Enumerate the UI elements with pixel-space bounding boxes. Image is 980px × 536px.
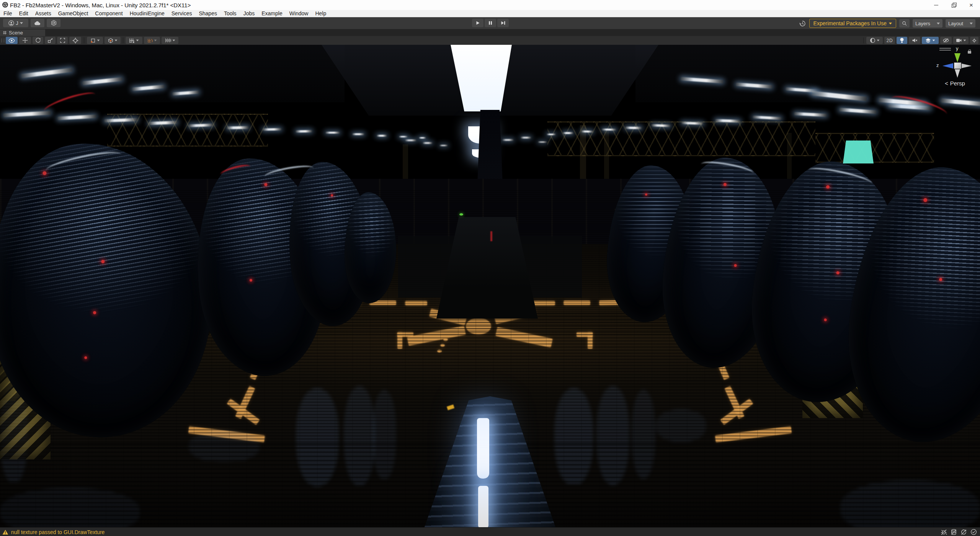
robot-red-light xyxy=(101,260,105,263)
ceiling-light-streak xyxy=(57,114,96,120)
rect-tool-icon xyxy=(60,38,65,43)
cloud-button[interactable] xyxy=(31,19,44,27)
chevron-down-icon xyxy=(933,39,935,41)
chevron-down-icon xyxy=(172,39,175,41)
lock-icon[interactable] xyxy=(968,51,971,54)
console-status-message[interactable]: null texture passed to GUI.DrawTexture xyxy=(2,528,105,536)
search-button[interactable] xyxy=(899,19,910,28)
layers-dropdown[interactable]: Layers xyxy=(913,19,942,28)
background-activity-icon[interactable] xyxy=(970,529,977,535)
gizmos-dropdown[interactable] xyxy=(970,37,978,44)
robot-red-light xyxy=(724,183,727,186)
account-button[interactable]: J xyxy=(3,19,28,27)
chevron-down-icon xyxy=(889,23,892,25)
hidden-objects-toggle[interactable] xyxy=(940,37,952,44)
overlay-handle-icon xyxy=(939,48,951,49)
robot-red-light xyxy=(42,171,47,175)
increment-snap-dropdown[interactable] xyxy=(144,37,160,44)
menu-tools[interactable]: Tools xyxy=(220,10,240,17)
menu-gameobject[interactable]: GameObject xyxy=(55,10,92,17)
robot-red-light xyxy=(734,264,737,267)
move-tool-button[interactable] xyxy=(19,37,31,44)
ceiling-light-streak xyxy=(439,145,448,146)
menu-services[interactable]: Services xyxy=(168,10,196,17)
ceiling-truss xyxy=(815,133,934,163)
transform-tool-button[interactable] xyxy=(69,37,81,44)
eye-icon xyxy=(8,38,15,43)
effects-visibility-dropdown[interactable] xyxy=(922,37,939,44)
play-button[interactable] xyxy=(472,19,483,27)
robot-red-light xyxy=(250,279,253,282)
menu-assets[interactable]: Assets xyxy=(32,10,55,17)
gizmo-center-cube[interactable] xyxy=(954,62,961,69)
scene-orientation-gizmo[interactable]: y z < Persp xyxy=(934,46,979,88)
tool-handle-position-dropdown[interactable] xyxy=(87,37,103,44)
restore-button[interactable] xyxy=(945,0,962,10)
plastic-scm-button[interactable] xyxy=(47,19,60,27)
tool-handle-rotation-dropdown[interactable] xyxy=(105,37,121,44)
ceiling-light-streak xyxy=(563,132,573,134)
pause-button[interactable] xyxy=(485,19,496,27)
search-icon xyxy=(902,21,907,26)
2d-view-toggle[interactable]: 2D xyxy=(884,37,895,44)
unity-logo-icon xyxy=(2,2,8,8)
scene-lighting-toggle[interactable] xyxy=(897,37,907,44)
tab-scene[interactable]: Scene xyxy=(0,29,45,36)
menu-edit[interactable]: Edit xyxy=(16,10,32,17)
camera-settings-dropdown[interactable] xyxy=(953,37,969,44)
grid-snap-icon xyxy=(129,38,135,43)
shading-mode-dropdown[interactable] xyxy=(866,37,883,44)
auto-refresh-status-icon[interactable] xyxy=(960,529,967,535)
menu-example[interactable]: Example xyxy=(258,10,286,17)
menu-component[interactable]: Component xyxy=(91,10,126,17)
view-tool-button[interactable] xyxy=(6,37,18,44)
cache-server-status-icon[interactable] xyxy=(951,529,957,535)
move-icon xyxy=(22,38,28,43)
ceiling-light-streak xyxy=(227,126,249,129)
projection-mode-label[interactable]: < Persp xyxy=(945,80,965,87)
chevron-down-icon xyxy=(20,22,23,24)
increment-snap-icon xyxy=(147,38,153,43)
minimize-button[interactable] xyxy=(927,0,945,10)
cloud-icon xyxy=(34,21,41,26)
gizmo-z-axis-cone[interactable] xyxy=(942,63,953,69)
ceiling-light-streak xyxy=(325,132,340,134)
layout-dropdown[interactable]: Layout xyxy=(946,19,975,28)
rotate-tool-button[interactable] xyxy=(33,37,43,44)
undo-history-icon[interactable] xyxy=(799,20,806,27)
step-button[interactable] xyxy=(497,19,509,27)
menu-window[interactable]: Window xyxy=(286,10,312,17)
debugger-status-icon[interactable] xyxy=(941,529,947,535)
menu-jobs[interactable]: Jobs xyxy=(240,10,258,17)
scene-view-toolbar: 2D xyxy=(0,36,980,45)
gizmo-down-axis-cone[interactable] xyxy=(955,69,960,78)
effects-layers-icon xyxy=(925,38,931,43)
toolbar-drag-handle[interactable] xyxy=(2,38,4,42)
audio-toggle[interactable] xyxy=(909,37,920,44)
overlay-handle-icon xyxy=(939,50,951,51)
scale-tool-button[interactable] xyxy=(45,37,56,44)
rect-tool-button[interactable] xyxy=(57,37,68,44)
camera-icon xyxy=(956,38,962,42)
robot-red-light xyxy=(824,318,827,321)
menu-houdiniengine[interactable]: HoudiniEngine xyxy=(126,10,168,17)
floor-marking-dash xyxy=(466,318,491,335)
scene-viewport[interactable]: y z < Persp xyxy=(0,45,980,527)
gizmo-y-axis-cone[interactable] xyxy=(954,53,960,62)
gizmo-x-axis-cone[interactable] xyxy=(962,64,972,68)
menu-file[interactable]: File xyxy=(0,10,16,17)
close-button[interactable]: × xyxy=(962,0,980,10)
grid-snapping-dropdown[interactable] xyxy=(126,37,142,44)
snap-settings-dropdown[interactable] xyxy=(162,37,178,44)
menu-shapes[interactable]: Shapes xyxy=(195,10,220,17)
ceiling-light-streak xyxy=(399,136,408,137)
experimental-packages-dropdown[interactable]: Experimental Packages In Use xyxy=(809,19,896,28)
floor-reflection-pool xyxy=(296,389,339,486)
robot-red-light xyxy=(331,194,333,196)
window-title: FB2 - Fb2MasterV2 - Windows, Mac, Linux … xyxy=(10,2,191,8)
ceiling-light-streak xyxy=(753,116,782,120)
ceiling-truss xyxy=(547,121,815,156)
ramp-light-strip-segment xyxy=(478,486,488,527)
floor-reflection-pool xyxy=(554,389,593,485)
menu-help[interactable]: Help xyxy=(312,10,330,17)
